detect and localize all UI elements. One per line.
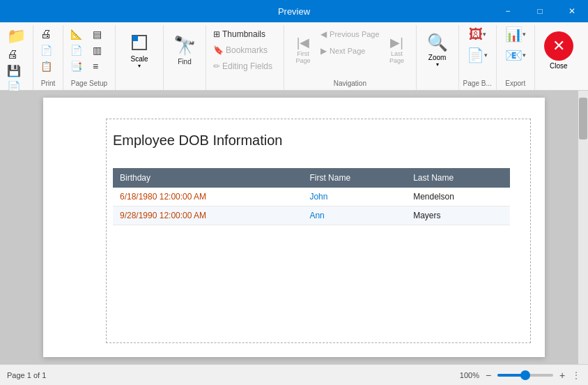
- print-mid-icon: 📄: [40, 45, 52, 56]
- zoom-button[interactable]: 🔍 Zoom ▾: [421, 27, 454, 74]
- zoom-in-button[interactable]: +: [556, 369, 568, 382]
- previous-page-button[interactable]: ◀ Previous Page: [318, 27, 382, 42]
- dropdown-arrow-top: ▾: [483, 31, 486, 38]
- zoom-out-button[interactable]: −: [482, 369, 495, 382]
- lastname-cell: Mayers: [406, 206, 510, 225]
- table-row: 6/18/1980 12:00:00 AMJohnMendelson: [113, 188, 510, 206]
- export-bot-button[interactable]: 📧 ▾: [501, 47, 530, 63]
- col-header-lastname: Last Name: [406, 168, 510, 188]
- status-bar: Page 1 of 1 100% − + ⋮: [0, 364, 588, 385]
- page-setup-r1-button[interactable]: ▤: [90, 27, 111, 42]
- status-more-button[interactable]: ⋮: [571, 370, 581, 381]
- ribbon-group-close: ✕ Close -: [535, 25, 582, 90]
- page-setup-r3-icon: ≡: [93, 61, 98, 72]
- export-top-arrow: ▾: [523, 31, 526, 38]
- thumbnails-label: Thumbnails: [222, 29, 265, 39]
- print-top-icon: 🖨: [40, 28, 52, 40]
- zoom-slider-thumb[interactable]: [520, 370, 530, 380]
- previous-page-label: Previous Page: [330, 30, 380, 38]
- last-page-button[interactable]: ▶| LastPage: [382, 27, 412, 74]
- lastname-cell: Mendelson: [406, 188, 510, 206]
- data-table: Birthday First Name Last Name 6/18/1980 …: [113, 168, 510, 225]
- export-group-label: Export: [501, 78, 530, 90]
- zoom-controls: 100% − + ⋮: [460, 369, 581, 382]
- page-setup-mid-button[interactable]: 📄: [68, 43, 88, 58]
- zoom-level-text: 100%: [460, 371, 479, 379]
- zoom-icon: 🔍: [427, 33, 448, 52]
- page-setup-top-button[interactable]: 📐: [68, 27, 88, 42]
- close-circle-icon: ✕: [544, 31, 573, 61]
- first-page-icon: |◀: [297, 36, 310, 49]
- editing-fields-label: Editing Fields: [222, 61, 272, 71]
- prev-page-icon: ◀: [320, 29, 327, 39]
- page-setup-r2-button[interactable]: ▥: [90, 43, 111, 58]
- ribbon-group-scale: Scale ▾ -: [116, 25, 164, 90]
- bookmarks-icon: 🔖: [213, 45, 224, 55]
- next-page-button[interactable]: ▶ Next Page: [318, 43, 382, 59]
- thumbnails-button[interactable]: ⊞ Thumbnails: [210, 27, 275, 42]
- minimize-button[interactable]: −: [492, 0, 524, 22]
- find-button[interactable]: 🔭 Find: [168, 27, 201, 74]
- export-bot-arrow: ▾: [523, 52, 526, 59]
- editing-fields-button[interactable]: ✏ Editing Fields: [210, 59, 275, 74]
- print-top-button[interactable]: 🖨: [38, 27, 59, 42]
- save-icon: 💾: [7, 64, 21, 77]
- editing-fields-icon: ✏: [213, 61, 220, 71]
- page-setup-bot-icon: 📑: [70, 61, 82, 72]
- col-header-birthday: Birthday: [113, 168, 302, 188]
- birthday-cell: 6/18/1980 12:00:00 AM: [113, 188, 302, 206]
- next-page-label: Next Page: [330, 47, 365, 55]
- page-setup-top-icon: 📐: [70, 29, 82, 40]
- page-background-bot-button[interactable]: 📄 ▾: [464, 47, 490, 63]
- guide-bottom: [106, 342, 531, 343]
- col-header-firstname: First Name: [302, 168, 406, 188]
- scroll-track: [578, 91, 588, 364]
- print-button[interactable]: 🖨: [4, 47, 29, 62]
- ribbon-group-page-background: 🖼 ▾ 📄 ▾ Page B...: [459, 25, 497, 90]
- page-bg-top-icon: 🖼: [469, 27, 483, 43]
- page-setup-bot-button[interactable]: 📑: [68, 59, 88, 74]
- open-folder-button[interactable]: 📁: [4, 27, 29, 46]
- scale-icon: [128, 31, 150, 54]
- ribbon-group-find: 🔭 Find -: [164, 25, 206, 90]
- navigation-group-label: Navigation: [288, 78, 412, 90]
- page-setup-r2-icon: ▥: [93, 45, 102, 56]
- first-page-button[interactable]: |◀ FirstPage: [288, 27, 318, 74]
- print-mid-button[interactable]: 📄: [38, 43, 59, 58]
- bookmarks-label: Bookmarks: [226, 45, 268, 55]
- export-top-button[interactable]: 📊 ▾: [501, 27, 530, 42]
- scale-button[interactable]: Scale ▾: [120, 27, 159, 74]
- page-background-top-button[interactable]: 🖼 ▾: [466, 27, 489, 42]
- birthday-cell: 9/28/1990 12:00:00 AM: [113, 206, 302, 225]
- firstname-cell: Ann: [302, 206, 406, 225]
- print-icon: 🖨: [7, 48, 18, 61]
- firstname-cell: John: [302, 188, 406, 206]
- document-area: Employee DOB Information Birthday First …: [0, 91, 588, 364]
- page-setup-group-label: Page Setup: [68, 78, 111, 90]
- zoom-label: Zoom: [428, 54, 447, 61]
- window-close-button[interactable]: ✕: [556, 0, 588, 22]
- binoculars-icon: 🔭: [173, 35, 196, 56]
- page-info: Page 1 of 1: [7, 371, 46, 379]
- scale-label: Scale: [130, 55, 148, 63]
- print-bot-button[interactable]: 📋: [38, 59, 59, 74]
- close-preview-label: Close: [550, 62, 568, 70]
- page-setup-r3-button[interactable]: ≡: [90, 59, 111, 74]
- ribbon: 📁 🖨 💾 📄 Docu... 🖨: [0, 22, 588, 91]
- scale-dropdown-icon: ▾: [138, 63, 141, 69]
- bookmarks-button[interactable]: 🔖 Bookmarks: [210, 43, 275, 58]
- thumbnails-icon: ⊞: [213, 29, 220, 39]
- save-button[interactable]: 💾: [4, 63, 29, 78]
- close-preview-button[interactable]: ✕ Close: [539, 27, 578, 74]
- ribbon-group-panels: ⊞ Thumbnails 🔖 Bookmarks ✏ Editing Field…: [206, 25, 284, 90]
- zoom-dropdown-icon: ▾: [436, 61, 439, 68]
- zoom-slider[interactable]: [497, 374, 553, 377]
- last-page-icon: ▶|: [390, 36, 403, 49]
- export-top-icon: 📊: [505, 26, 523, 43]
- scroll-thumb[interactable]: [579, 98, 587, 139]
- document-title: Employee DOB Information: [113, 133, 510, 149]
- page-setup-mid-icon: 📄: [70, 45, 82, 56]
- page-background-label: Page B...: [463, 78, 492, 90]
- ribbon-group-page-setup: 📐 📄 📑 ▤ ▥: [63, 25, 116, 90]
- maximize-button[interactable]: □: [524, 0, 556, 22]
